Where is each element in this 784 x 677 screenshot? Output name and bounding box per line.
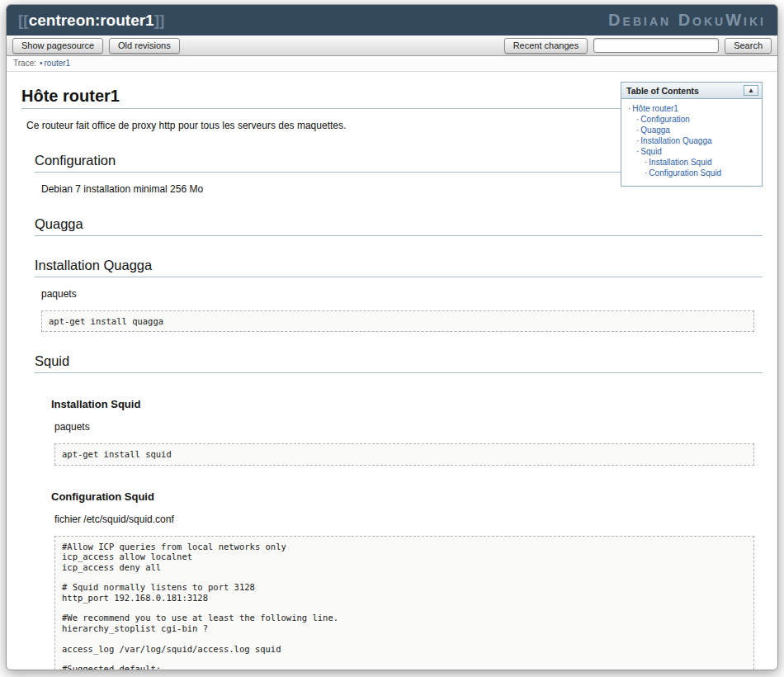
installation-squid-text: paquets	[54, 421, 763, 433]
installation-quagga-text: paquets	[41, 288, 763, 300]
bracket-open: [[	[18, 12, 29, 29]
toc-item-squid[interactable]: ·Squid	[636, 146, 757, 157]
bullet-icon: ·	[645, 168, 647, 178]
section-configuration-squid: fichier /etc/squid/squid.conf #Allow ICP…	[54, 514, 763, 670]
trace-link-router1[interactable]: router1	[44, 59, 70, 68]
bullet-icon: ·	[645, 158, 647, 167]
toc-item-installation-quagga[interactable]: ·Installation Quagga	[636, 135, 757, 146]
trace-bullet: •	[40, 59, 43, 68]
heading-installation-squid: Installation Squid	[51, 398, 763, 410]
heading-squid: Squid	[35, 353, 763, 373]
bullet-icon: ·	[636, 147, 639, 156]
toc-list: ·Hôte router1 ·Configuration ·Quagga ·In…	[621, 99, 762, 186]
bullet-icon: ·	[636, 136, 639, 145]
toc-item-hote-router1[interactable]: ·Hôte router1	[628, 103, 757, 114]
bullet-icon: ·	[636, 125, 639, 135]
wiki-brand-logo: Debian DokuWiki	[608, 11, 766, 30]
table-of-contents: Table of Contents ▲ ·Hôte router1 ·Confi…	[621, 82, 763, 187]
toc-toggle-button[interactable]: ▲	[744, 85, 758, 96]
toc-item-configuration[interactable]: ·Configuration	[636, 114, 757, 125]
search-input[interactable]	[593, 38, 719, 53]
toc-item-installation-squid[interactable]: ·Installation Squid	[645, 157, 757, 168]
toolbar: Show pagesource Old revisions Recent cha…	[7, 36, 777, 56]
toc-item-configuration-squid[interactable]: ·Configuration Squid	[645, 168, 757, 178]
heading-configuration-squid: Configuration Squid	[51, 490, 763, 503]
section-installation-quagga: paquets apt-get install quagga	[41, 288, 763, 332]
toc-item-label: Configuration	[640, 115, 689, 124]
toc-title: Table of Contents	[626, 86, 699, 96]
recent-changes-button[interactable]: Recent changes	[504, 38, 588, 54]
page-id-title: [[centreon:router1]]	[18, 12, 164, 30]
masthead: [[centreon:router1]] Debian DokuWiki	[7, 5, 777, 36]
section-installation-squid: paquets apt-get install squid	[54, 421, 763, 465]
toc-header: Table of Contents ▲	[621, 83, 762, 99]
browser-page: [[centreon:router1]] Debian DokuWiki Sho…	[6, 4, 778, 670]
bullet-icon: ·	[636, 115, 639, 124]
page-id: centreon:router1	[29, 12, 154, 29]
bullet-icon: ·	[628, 104, 631, 113]
trace-label: Trace:	[13, 59, 36, 68]
old-revisions-button[interactable]: Old revisions	[109, 38, 180, 54]
heading-installation-quagga: Installation Quagga	[35, 258, 763, 277]
search-button[interactable]: Search	[725, 38, 772, 54]
toc-item-label: Hôte router1	[632, 104, 678, 113]
toc-item-label: Installation Squid	[649, 158, 711, 167]
heading-quagga: Quagga	[35, 216, 763, 236]
toc-item-label: Squid	[640, 147, 662, 156]
breadcrumb: Trace:•router1	[7, 56, 777, 72]
toc-item-quagga[interactable]: ·Quagga	[636, 125, 757, 135]
show-pagesource-button[interactable]: Show pagesource	[12, 38, 103, 54]
toc-item-label: Installation Quagga	[640, 136, 711, 145]
code-block-install-squid: apt-get install squid	[54, 443, 754, 465]
configuration-squid-text: fichier /etc/squid/squid.conf	[54, 514, 763, 525]
code-block-squid-conf: #Allow ICP queries from local networks o…	[54, 536, 754, 670]
bracket-close: ]]	[154, 12, 165, 29]
chevron-up-icon: ▲	[748, 87, 754, 94]
toc-item-label: Quagga	[640, 125, 670, 135]
code-block-install-quagga: apt-get install quagga	[41, 310, 754, 332]
toc-item-label: Configuration Squid	[649, 168, 721, 178]
page-content: Table of Contents ▲ ·Hôte router1 ·Confi…	[7, 72, 777, 670]
